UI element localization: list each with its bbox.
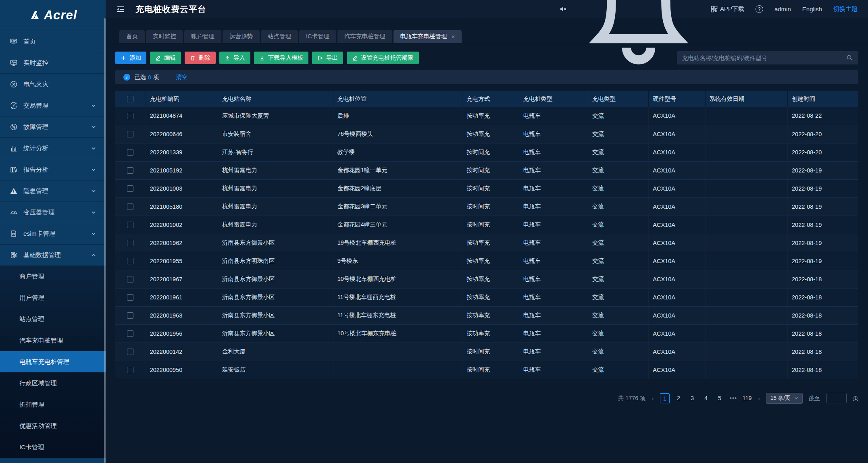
table-row: 2022001955沂南县东方明珠南区9号楼东按功率充电瓶车交流ACX10A20… xyxy=(115,252,858,270)
row-checkbox[interactable] xyxy=(127,294,133,301)
设置充电桩托管期限-button[interactable]: 设置充电桩托管期限 xyxy=(347,52,419,64)
notification-bell-icon[interactable]: 99+ xyxy=(578,0,699,70)
tab-实时监控[interactable]: 实时监控 xyxy=(146,30,183,43)
search-input[interactable] xyxy=(682,55,846,61)
table-cell: ACX10A xyxy=(649,161,705,179)
close-icon[interactable]: × xyxy=(452,33,455,40)
sidebar-item-实时监控[interactable]: 实时监控 xyxy=(0,52,106,73)
sidebar-subitem-优惠活动管理[interactable]: 优惠活动管理 xyxy=(0,415,106,436)
app-download-link[interactable]: APP下载 xyxy=(710,5,744,13)
table-cell: 交流 xyxy=(588,143,649,161)
table-cell: 按功率充 xyxy=(462,270,519,288)
row-checkbox[interactable] xyxy=(127,349,133,355)
table-cell: 交流 xyxy=(588,361,649,379)
导出-button[interactable]: 导出 xyxy=(312,52,343,64)
sidebar-subitem-电瓶车充电桩管理[interactable]: 电瓶车充电桩管理 xyxy=(0,351,106,372)
row-checkbox[interactable] xyxy=(127,367,133,373)
mute-icon[interactable] xyxy=(559,5,567,13)
tab-电瓶车充电桩管理[interactable]: 电瓶车充电桩管理× xyxy=(393,30,462,43)
table-cell: 电瓶车 xyxy=(519,252,588,270)
sidebar-scrollbar[interactable] xyxy=(104,18,106,463)
jump-page-input[interactable] xyxy=(826,393,847,403)
row-checkbox[interactable] xyxy=(127,167,133,174)
column-header-创建时间: 创建时间 xyxy=(788,91,858,107)
row-checkbox[interactable] xyxy=(127,276,133,282)
page-size-select[interactable]: 15 条/页 xyxy=(766,393,803,404)
table-cell: 2022000950 xyxy=(146,361,218,379)
下载导入模板-button[interactable]: 下载导入模板 xyxy=(254,52,308,64)
help-icon[interactable]: ? xyxy=(756,5,763,13)
page-number-5[interactable]: 5 xyxy=(715,393,724,403)
table-row: 2021005180杭州雷霆电力金都花园3幢二单元按时间充电瓶车交流ACX10A… xyxy=(115,197,858,216)
table-cell: 金都花园1幢一单元 xyxy=(333,161,462,179)
language-switch[interactable]: English xyxy=(802,6,822,12)
sidebar-item-esim卡管理[interactable]: esim卡管理 xyxy=(0,223,106,244)
row-checkbox[interactable] xyxy=(127,113,133,119)
theme-switch-link[interactable]: 切换主题 xyxy=(833,5,858,13)
row-checkbox[interactable] xyxy=(127,131,133,137)
table-cell: 交流 xyxy=(588,197,649,216)
sidebar-item-电气火灾[interactable]: 电气火灾 xyxy=(0,73,106,95)
button-label: 下载导入模板 xyxy=(268,54,303,62)
row-checkbox[interactable] xyxy=(127,330,133,337)
chevron-down-icon xyxy=(91,167,96,172)
sidebar-item-故障管理[interactable]: 故障管理 xyxy=(0,116,106,137)
sidebar-subitem-站点管理[interactable]: 站点管理 xyxy=(0,308,106,330)
table-cell: 沂南县东方明珠南区 xyxy=(218,252,333,270)
导入-button[interactable]: 导入 xyxy=(219,52,250,64)
tab-IC卡管理[interactable]: IC卡管理 xyxy=(299,30,336,43)
page-number-2[interactable]: 2 xyxy=(674,393,683,403)
sidebar-subitem-用户管理[interactable]: 用户管理 xyxy=(0,287,106,308)
sidebar-subitem-折扣管理[interactable]: 折扣管理 xyxy=(0,394,106,415)
search-icon[interactable] xyxy=(846,54,853,61)
next-page-icon[interactable]: › xyxy=(758,395,760,402)
sidebar-subitem-汽车充电桩管理[interactable]: 汽车充电桩管理 xyxy=(0,330,106,351)
table-cell: 沂南县东方御景小区 xyxy=(218,234,333,252)
tab-首页[interactable]: 首页 xyxy=(119,30,145,43)
tab-运营趋势[interactable]: 运营趋势 xyxy=(223,30,260,43)
sidebar-item-隐患管理[interactable]: 隐患管理 xyxy=(0,180,106,201)
collapse-menu-icon[interactable] xyxy=(116,5,125,14)
page-number-4[interactable]: 4 xyxy=(701,393,711,403)
sidebar-subitem-IC卡管理[interactable]: IC卡管理 xyxy=(0,436,106,458)
page-number-1[interactable]: 1 xyxy=(660,393,670,403)
table-cell: ACX10A xyxy=(649,361,705,379)
row-checkbox[interactable] xyxy=(127,258,133,264)
row-checkbox[interactable] xyxy=(127,222,133,228)
sidebar-subitem-商户管理[interactable]: 商户管理 xyxy=(0,266,106,287)
sidebar-item-交易管理[interactable]: ¥交易管理 xyxy=(0,95,106,116)
sidebar-item-首页[interactable]: 首页 xyxy=(0,31,106,52)
select-all-checkbox[interactable] xyxy=(127,96,133,102)
table-cell: ACX10A xyxy=(649,252,705,270)
tab-站点管理[interactable]: 站点管理 xyxy=(261,30,298,43)
sidebar-item-变压器管理[interactable]: 变压器管理 xyxy=(0,201,106,223)
row-checkbox[interactable] xyxy=(127,185,133,192)
tab-账户管理[interactable]: 账户管理 xyxy=(184,30,221,43)
page-number-3[interactable]: 3 xyxy=(687,393,697,403)
page-number-119[interactable]: 119 xyxy=(742,393,752,403)
table-cell: 2022001003 xyxy=(146,179,218,197)
table-cell xyxy=(705,252,787,270)
app-window: Acrel 首页实时监控电气火灾¥交易管理故障管理统计分析报告分析隐患管理变压器… xyxy=(0,0,868,463)
bell-icon xyxy=(578,63,699,70)
column-header-充电站名称: 充电站名称 xyxy=(218,91,333,107)
clear-selection-link[interactable]: 清空 xyxy=(176,73,188,81)
sidebar-subitem-行政区域管理[interactable]: 行政区域管理 xyxy=(0,372,106,394)
tab-汽车充电桩管理[interactable]: 汽车充电桩管理 xyxy=(337,30,392,43)
添加-button[interactable]: 添加 xyxy=(115,52,146,64)
import-icon xyxy=(225,55,230,61)
content-panel: 添加编辑删除导入下载导入模板导出设置充电桩托管期限 i 已选 0 项 清空 xyxy=(106,43,868,463)
sidebar-item-基础数据管理[interactable]: 基础数据管理 xyxy=(0,244,106,266)
row-checkbox[interactable] xyxy=(127,312,133,319)
table-cell: 2021004874 xyxy=(146,107,218,125)
删除-button[interactable]: 删除 xyxy=(185,52,216,64)
sidebar-item-报告分析[interactable]: 报告分析 xyxy=(0,159,106,180)
prev-page-icon[interactable]: ‹ xyxy=(652,395,654,402)
编辑-button[interactable]: 编辑 xyxy=(150,52,181,64)
row-checkbox[interactable] xyxy=(127,240,133,246)
row-checkbox[interactable] xyxy=(127,149,133,156)
username[interactable]: admin xyxy=(774,6,791,12)
sidebar-item-统计分析[interactable]: 统计分析 xyxy=(0,137,106,159)
row-checkbox[interactable] xyxy=(127,203,133,210)
table-header-row: 充电桩编码充电站名称充电桩位置充电方式充电桩类型充电类型硬件型号系统有效日期创建… xyxy=(115,91,858,107)
